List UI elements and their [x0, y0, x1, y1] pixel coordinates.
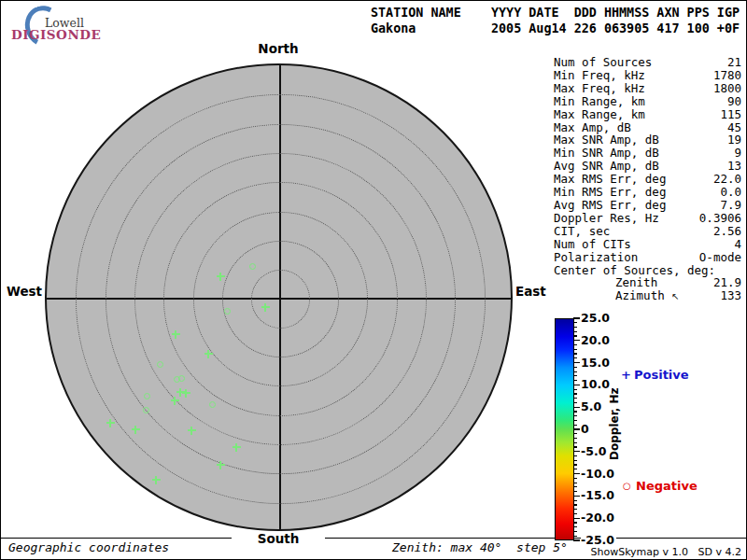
- info-value: 21: [727, 56, 741, 69]
- info-value: 21.9: [713, 276, 741, 289]
- info-label: Num of CITs: [554, 238, 631, 251]
- source-marker-positive: [152, 476, 161, 484]
- source-marker-positive: [188, 427, 196, 435]
- colorbar-tick: [573, 486, 577, 487]
- colorbar-tick: [573, 504, 577, 505]
- source-marker-negative: [224, 308, 231, 315]
- colorbar-tick-label: 15.0: [581, 357, 612, 370]
- info-value: O-mode: [699, 251, 741, 264]
- colorbar-tick: [573, 496, 580, 497]
- colorbar-tick: [573, 451, 580, 452]
- info-row: Max SNR Amp, dB19: [554, 133, 741, 147]
- info-row: PolarizationO-mode: [554, 251, 741, 264]
- colorbar-tick-label: 10.0: [581, 378, 612, 391]
- colorbar-tick: [573, 518, 580, 519]
- azimuth-arrow-icon: ↖: [671, 291, 679, 301]
- colorbar-tick: [573, 407, 580, 408]
- info-label: Min Freq, kHz: [554, 69, 645, 82]
- colorbar-tick: [573, 411, 577, 412]
- info-panel: Num of Sources21Min Freq, kHz1780Max Fre…: [554, 56, 741, 303]
- info-label: Avg SNR Amp, dB: [554, 160, 659, 173]
- colorbar-tick: [573, 428, 580, 429]
- colorbar-tick: [573, 344, 577, 345]
- colorbar-tick-label: -10.0: [581, 468, 616, 481]
- info-row: CIT, sec2.56: [554, 225, 741, 238]
- colorbar-tick: [573, 393, 577, 394]
- info-panel-rows: Num of Sources21Min Freq, kHz1780Max Fre…: [554, 56, 741, 303]
- colorbar-tick: [573, 327, 577, 328]
- source-marker-positive: [217, 461, 225, 469]
- info-label: Center of Sources, deg:: [554, 264, 715, 277]
- colorbar-tick: [573, 398, 577, 399]
- colorbar-tick: [573, 353, 577, 354]
- station-header-columns: STATION NAME YYYY DATE DDD HHMMSS AXN PP…: [371, 6, 740, 20]
- source-marker-positive: [204, 350, 213, 358]
- info-value: 0.3906: [699, 212, 741, 225]
- colorbar-tick: [573, 536, 577, 537]
- info-row: Doppler Res, Hz0.3906: [554, 212, 741, 225]
- info-label: Max Range, km: [554, 108, 645, 121]
- colorbar-tick: [573, 464, 577, 465]
- info-row: Zenith21.9: [554, 276, 741, 289]
- colorbar-tick: [573, 349, 577, 350]
- source-marker-negative: [209, 401, 216, 408]
- zenith-range-label: Zenith: max 40° step 5°: [392, 540, 568, 554]
- info-label: Max RMS Err, deg: [554, 173, 666, 186]
- info-label: Min RMS Err, deg: [554, 186, 666, 199]
- info-value: 115: [720, 108, 741, 121]
- info-label: Avg RMS Err, deg: [554, 199, 666, 212]
- colorbar-tick: [573, 331, 577, 332]
- info-value: 7.9: [720, 199, 741, 212]
- colorbar-tick: [573, 473, 580, 474]
- doppler-colorbar-gradient: [555, 318, 574, 540]
- zenith-ring: [76, 94, 485, 503]
- info-label: Max SNR Amp, dB: [554, 133, 659, 147]
- colorbar-tick: [573, 455, 577, 456]
- colorbar-tick: [573, 478, 577, 479]
- info-row: Min Range, km90: [554, 95, 741, 108]
- info-value: 45: [727, 121, 741, 134]
- source-marker-negative: [143, 407, 149, 413]
- colorbar-tick: [573, 446, 577, 447]
- logo-digisonde-text: DIGISONDE: [11, 27, 101, 42]
- colorbar-tick-label: 0: [581, 423, 591, 436]
- info-row: Avg SNR Amp, dB13: [554, 160, 741, 173]
- info-value: 1800: [713, 82, 741, 95]
- info-row: Max RMS Err, deg22.0: [554, 173, 741, 186]
- info-value: 13: [727, 160, 741, 173]
- info-value: 2.56: [713, 225, 741, 238]
- colorbar-tick-label: 20.0: [581, 334, 612, 347]
- info-label: Polarization: [554, 251, 638, 264]
- info-row: Num of CITs4: [554, 238, 741, 251]
- colorbar-tick: [573, 371, 577, 372]
- info-label: Max Amp, dB: [554, 121, 631, 134]
- info-value: 0.0: [720, 186, 741, 199]
- colorbar-tick: [573, 531, 577, 532]
- info-row: Avg RMS Err, deg7.9: [554, 199, 741, 212]
- colorbar-tick: [573, 389, 577, 390]
- station-header-values: Gakona 2005 Aug14 226 063905 417 100 +0F: [371, 21, 740, 35]
- colorbar-tick: [573, 425, 577, 426]
- source-marker-negative: [249, 263, 256, 270]
- info-label: Min SNR Amp, dB: [554, 147, 659, 160]
- colorbar-tick: [573, 362, 580, 363]
- source-marker-positive: [233, 443, 241, 452]
- colorbar-tick-label: 5.0: [581, 400, 603, 413]
- info-label: Zenith: [615, 276, 657, 289]
- info-value: 1780: [713, 69, 741, 82]
- info-row: Max Freq, kHz1800: [554, 82, 741, 95]
- colorbar-tick: [573, 442, 577, 443]
- info-value: 19: [727, 133, 741, 147]
- showskymap-window: Lowell DIGISONDE STATION NAME YYYY DATE …: [0, 0, 747, 560]
- colorbar-tick: [573, 375, 577, 376]
- info-row: Num of Sources21: [554, 56, 741, 69]
- skymap-plot: [45, 63, 513, 531]
- info-label: Doppler Res, Hz: [554, 212, 659, 225]
- colorbar-tick: [573, 385, 580, 385]
- colorbar-tick: [573, 317, 580, 318]
- info-row: Min Freq, kHz1780: [554, 69, 741, 82]
- info-value: 133: [720, 289, 741, 303]
- source-marker-positive: [106, 419, 115, 427]
- source-marker-positive: [182, 389, 190, 398]
- version-label: ShowSkymap v 1.0 SD v 4.2: [590, 546, 741, 558]
